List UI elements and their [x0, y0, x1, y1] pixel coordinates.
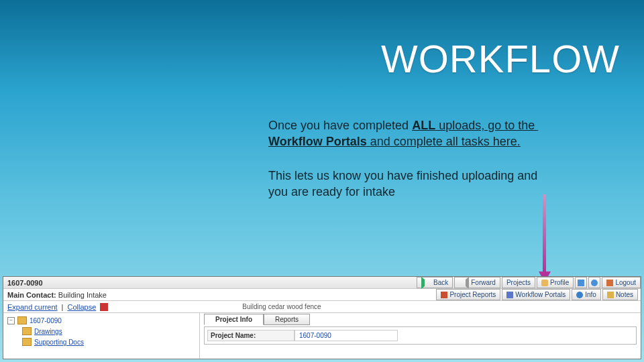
- pin-icon[interactable]: [100, 303, 108, 311]
- folder-tree: − 1607-0090 Drawings Supporting Docs: [3, 312, 200, 359]
- logout-icon: [606, 280, 613, 286]
- slide-title: WORKFLOW: [381, 36, 620, 81]
- home-icon: [578, 280, 584, 286]
- back-button[interactable]: Back: [417, 277, 453, 288]
- help-button[interactable]: [588, 277, 600, 288]
- tree-item-supporting-docs[interactable]: Supporting Docs: [22, 337, 195, 347]
- app-screenshot: 1607-0090 Back Forward Projects Profile …: [3, 276, 641, 359]
- project-name-value: 1607-0090: [294, 330, 398, 341]
- notes-button[interactable]: Notes: [602, 289, 638, 300]
- tree-item-drawings[interactable]: Drawings: [22, 326, 195, 337]
- project-name-label: Project Name:: [207, 330, 294, 341]
- info-icon: [576, 292, 583, 298]
- tree-root[interactable]: − 1607-0090: [7, 315, 195, 326]
- forward-button[interactable]: Forward: [454, 277, 500, 288]
- slide-body: Once you have completed ALL uploads, go …: [268, 117, 557, 217]
- project-reports-button[interactable]: Project Reports: [436, 289, 500, 300]
- folder-icon: [17, 316, 27, 324]
- contact-row: Main Contact: Building Intake Project Re…: [3, 289, 641, 301]
- tab-project-info[interactable]: Project Info: [204, 314, 264, 325]
- folder-icon: [22, 327, 32, 335]
- tab-reports[interactable]: Reports: [264, 314, 310, 325]
- collapse-link[interactable]: Collapse: [67, 303, 96, 311]
- paragraph-2: This lets us know you have finished uplo…: [268, 168, 557, 200]
- project-note: Building cedar wood fence: [242, 303, 321, 310]
- main-contact-value: Building Intake: [58, 291, 107, 299]
- expand-current-link[interactable]: Expand current: [7, 303, 58, 311]
- app-titlebar: 1607-0090 Back Forward Projects Profile …: [3, 277, 641, 289]
- forward-icon: [459, 277, 469, 289]
- workflow-portals-button[interactable]: Workflow Portals: [502, 289, 570, 300]
- user-icon: [541, 280, 548, 286]
- info-button[interactable]: Info: [572, 289, 601, 300]
- reports-icon: [441, 292, 447, 298]
- projects-button[interactable]: Projects: [502, 277, 535, 288]
- notes-icon: [607, 292, 614, 298]
- workflow-icon: [506, 292, 513, 298]
- tree-toolbar: Expand current | Collapse Building cedar…: [3, 301, 641, 313]
- main-pane: Project Info Reports Project Name: 1607-…: [200, 312, 641, 359]
- paragraph-1: Once you have completed ALL uploads, go …: [268, 117, 557, 150]
- main-contact-label: Main Contact:: [7, 291, 56, 299]
- folder-icon: [22, 338, 32, 346]
- profile-button[interactable]: Profile: [537, 277, 574, 288]
- logout-button[interactable]: Logout: [602, 277, 641, 288]
- project-id: 1607-0090: [3, 279, 43, 287]
- back-icon: [421, 277, 431, 289]
- help-icon: [591, 280, 598, 286]
- collapse-icon[interactable]: −: [7, 317, 15, 324]
- tab-panel: Project Name: 1607-0090: [204, 326, 637, 345]
- home-button[interactable]: [575, 277, 587, 288]
